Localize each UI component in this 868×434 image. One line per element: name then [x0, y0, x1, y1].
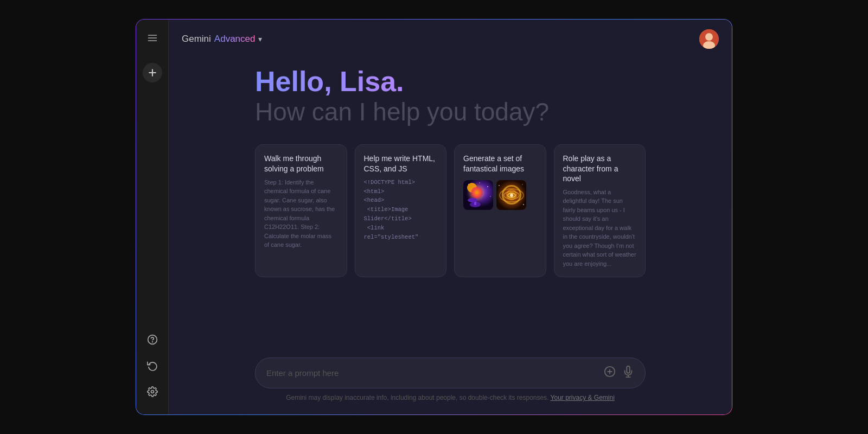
svg-rect-22: [496, 180, 526, 210]
card-2-title: Help me write HTML, CSS, and JS: [364, 154, 438, 173]
disclaimer-text: Gemini may display inaccurate info, incl…: [286, 394, 548, 401]
card-4-title: Role play as a character from a novel: [563, 154, 637, 183]
svg-point-23: [500, 189, 524, 202]
card-3-title: Generate a set of fantastical images: [463, 154, 537, 173]
svg-point-10: [705, 33, 713, 41]
header-title-normal: Gemini: [182, 34, 211, 44]
card-3-images: [463, 180, 537, 210]
history-button[interactable]: [143, 356, 162, 375]
new-chat-button[interactable]: [143, 63, 162, 82]
card-fantastical-images[interactable]: Generate a set of fantastical images: [454, 144, 546, 277]
input-icons: [604, 366, 634, 380]
input-area: Gemini may display inaccurate info, incl…: [169, 349, 732, 414]
card-2-body: <!DOCTYPE html> <html> <head> <title>Ima…: [364, 178, 438, 269]
cards-row: Walk me through solving a problem Step 1…: [255, 144, 646, 277]
card-solve-problem[interactable]: Walk me through solving a problem Step 1…: [255, 144, 347, 277]
help-button[interactable]: [143, 330, 162, 349]
app-window: Gemini Advanced ▾: [136, 19, 732, 415]
sidebar-bottom: [143, 330, 162, 406]
svg-rect-20: [474, 200, 476, 205]
svg-point-24: [504, 192, 519, 199]
microphone-icon[interactable]: [622, 366, 634, 380]
avatar[interactable]: [699, 29, 719, 49]
svg-point-25: [508, 193, 515, 197]
svg-point-17: [467, 183, 477, 193]
input-container: [255, 358, 646, 388]
privacy-link[interactable]: Your privacy & Gemini: [551, 394, 615, 401]
menu-button[interactable]: [143, 28, 162, 48]
svg-point-21: [471, 198, 479, 201]
header-dropdown[interactable]: ▾: [258, 35, 262, 43]
card-1-title: Walk me through solving a problem: [264, 154, 338, 173]
svg-point-29: [523, 204, 524, 205]
header-left: Gemini Advanced ▾: [182, 34, 262, 44]
add-content-icon[interactable]: [604, 366, 616, 380]
fantasy-image-1: [463, 180, 493, 210]
svg-point-16: [490, 196, 491, 197]
settings-button[interactable]: [143, 382, 162, 401]
svg-point-15: [487, 186, 488, 187]
svg-point-27: [499, 185, 500, 186]
card-roleplay-novel[interactable]: Role play as a character from a novel Go…: [554, 144, 646, 277]
sidebar: [136, 20, 169, 414]
svg-point-7: [151, 391, 154, 393]
disclaimer: Gemini may display inaccurate info, incl…: [255, 394, 646, 401]
svg-point-28: [522, 184, 523, 185]
greeting: Hello, Lisa. How can I help you today?: [255, 66, 646, 127]
card-1-body: Step 1: Identify the chemical formula of…: [264, 178, 338, 269]
card-write-html[interactable]: Help me write HTML, CSS, and JS <!DOCTYP…: [355, 144, 447, 277]
greeting-sub: How can I help you today?: [255, 97, 646, 127]
content-area: Hello, Lisa. How can I help you today? W…: [169, 55, 732, 349]
avatar-image: [699, 29, 719, 49]
greeting-hello: Hello, Lisa.: [255, 66, 646, 97]
fantasy-image-2: [496, 180, 526, 210]
prompt-input[interactable]: [266, 368, 597, 378]
card-4-body: Goodness, what a delightful day! The sun…: [563, 188, 637, 269]
sidebar-top: [143, 28, 162, 326]
svg-point-6: [152, 342, 152, 342]
svg-point-26: [510, 194, 513, 197]
main-panel: Gemini Advanced ▾: [169, 20, 732, 414]
header: Gemini Advanced ▾: [169, 20, 732, 55]
svg-point-14: [479, 182, 480, 183]
header-title-advanced: Advanced: [214, 34, 256, 44]
